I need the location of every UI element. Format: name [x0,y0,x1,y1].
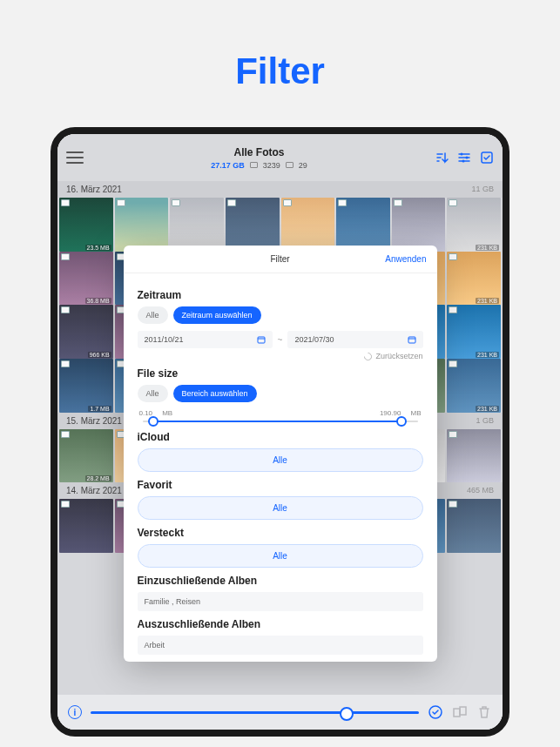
include-albums-field[interactable]: Familie , Reisen [138,592,423,611]
timeline-scrubber[interactable] [91,711,419,714]
slider-labels: 0.10 MB 190.90 MB [138,409,423,417]
section-title-filesize: File size [138,367,423,380]
versteckt-all-button[interactable]: Alle [138,544,423,568]
svg-rect-7 [454,709,460,717]
select-all-icon[interactable] [428,704,443,720]
video-count: 29 [299,161,307,170]
icloud-all-button[interactable]: Alle [138,448,423,472]
svg-rect-8 [460,707,466,715]
size-max-value: 190.90 [380,409,401,417]
size-min-unit: MB [162,409,172,417]
date-to-field[interactable]: 2021/07/30 [287,331,422,348]
compare-icon[interactable] [452,704,468,720]
sort-icon[interactable] [435,151,449,165]
header-title: Alle Fotos [211,146,307,158]
storage-value: 27.17 GB [211,161,245,170]
photo-grid: 16. März 2021 11 GB 23.5 MB 231 KB 36.8 … [57,181,503,695]
section-title-favorit: Favorit [138,479,423,491]
filesize-select-button[interactable]: Bereich auswählen [173,385,257,402]
section-title-zeitraum: Zeitraum [138,289,423,301]
menu-icon[interactable] [66,151,84,164]
select-icon[interactable] [480,151,494,165]
modal-title: Filter [270,254,289,264]
section-title-versteckt: Versteckt [138,527,423,539]
svg-point-2 [462,160,464,163]
reset-button[interactable]: Zurücksetzen [138,352,423,360]
date-to-value: 2021/07/30 [294,335,334,344]
size-max-unit: MB [411,409,422,417]
video-icon [286,162,293,168]
slider-thumb-min[interactable] [148,416,159,427]
calendar-icon [257,335,266,344]
photo-icon [250,162,258,168]
bottom-bar: i [57,695,503,730]
filter-icon[interactable] [457,151,471,165]
apply-button[interactable]: Anwenden [385,254,426,264]
exclude-albums-field[interactable]: Arbeit [138,636,423,655]
svg-rect-4 [258,337,265,343]
photo-count: 3239 [263,161,280,170]
section-title-icloud: iCloud [138,431,423,443]
slider-thumb-max[interactable] [396,416,407,427]
date-from-field[interactable]: 2011/10/21 [138,331,273,348]
header-stats: 27.17 GB 3239 29 [211,161,307,170]
reset-icon [363,351,374,362]
section-title-exclude-albums: Auszuschließende Alben [138,618,423,630]
svg-rect-5 [408,337,415,343]
filesize-all-button[interactable]: Alle [138,385,168,402]
date-from-value: 2011/10/21 [145,335,184,344]
app-header: Alle Fotos 27.17 GB 3239 29 [57,134,503,181]
section-title-include-albums: Einzuschließende Alben [138,575,423,587]
filesize-slider[interactable] [143,421,418,422]
modal-header: Filter Anwenden [124,246,437,273]
header-actions [435,151,494,165]
info-icon[interactable]: i [68,705,82,719]
reset-label: Zurücksetzen [375,352,422,360]
zeitraum-select-button[interactable]: Zeitraum auswählen [173,306,261,324]
svg-point-1 [465,157,468,159]
date-separator: ~ [278,335,283,345]
svg-point-0 [460,153,462,156]
zeitraum-all-button[interactable]: Alle [138,306,168,324]
filter-modal: Filter Anwenden Zeitraum Alle Zeitraum a… [124,246,437,662]
page-heading: Filter [0,0,560,127]
trash-icon[interactable] [476,704,492,720]
modal-body[interactable]: Zeitraum Alle Zeitraum auswählen 2011/10… [124,273,437,662]
app-screen: Alle Fotos 27.17 GB 3239 29 16. März 202… [57,134,503,730]
header-center: Alle Fotos 27.17 GB 3239 29 [211,146,307,170]
device-frame: Alle Fotos 27.17 GB 3239 29 16. März 202… [51,127,509,737]
favorit-all-button[interactable]: Alle [138,496,423,520]
calendar-icon [408,335,416,344]
